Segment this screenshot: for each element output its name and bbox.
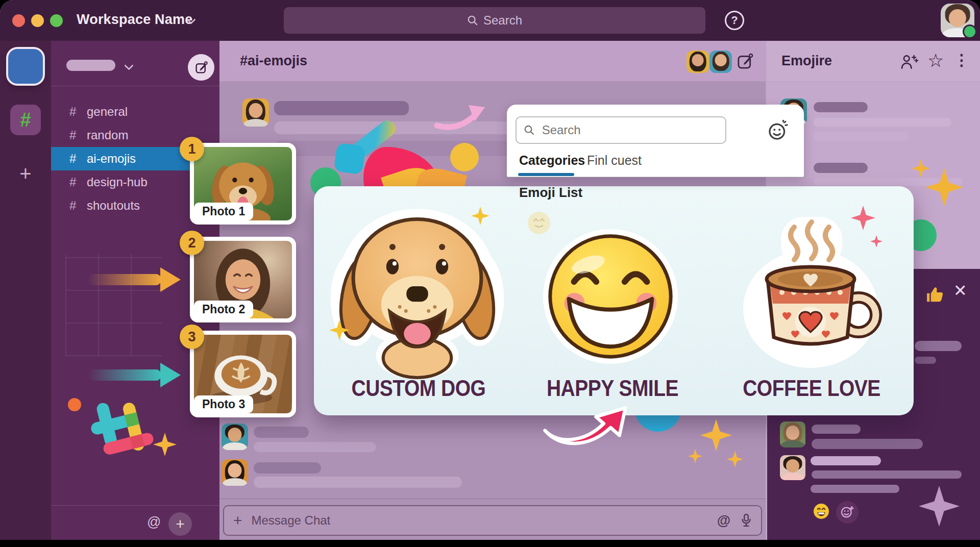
invite-user-button[interactable] bbox=[900, 54, 919, 71]
skeleton-line bbox=[254, 462, 321, 474]
screen: Workspace Name Search ? # + #general #ra… bbox=[0, 0, 980, 547]
channel-header: #ai-emojis bbox=[219, 41, 766, 82]
skeleton-line bbox=[812, 439, 923, 449]
channel-title[interactable]: #ai-emojis bbox=[240, 53, 307, 69]
mentions-button[interactable]: @ bbox=[147, 514, 161, 530]
search-icon bbox=[467, 15, 478, 26]
app-window: Workspace Name Search ? # + #general #ra… bbox=[0, 0, 980, 540]
message-avatar[interactable] bbox=[242, 98, 269, 127]
right-panel-header: Emojire ☆ ⋮ bbox=[766, 41, 980, 82]
skeleton-line bbox=[254, 442, 376, 452]
skeleton-line bbox=[811, 485, 899, 493]
pink-arrow-sticker bbox=[540, 402, 640, 451]
decoration-yellow-circle bbox=[450, 143, 479, 171]
skeleton-line bbox=[915, 357, 936, 364]
tab-categories[interactable]: Categories bbox=[519, 153, 585, 168]
step-badge-1: 1 bbox=[180, 137, 204, 161]
help-glyph: ? bbox=[731, 14, 738, 27]
photo-label: Photo 2 bbox=[194, 301, 253, 318]
global-search-bar[interactable]: Search bbox=[284, 7, 705, 34]
microphone-icon[interactable] bbox=[740, 513, 753, 528]
message-avatar[interactable] bbox=[222, 459, 248, 486]
sparkle-icon bbox=[925, 168, 963, 206]
active-tab-underline bbox=[518, 173, 574, 176]
skeleton-line bbox=[254, 477, 462, 488]
photo-card-2[interactable]: Photo 2 bbox=[190, 237, 296, 322]
plus-icon: + bbox=[19, 162, 31, 185]
thread-avatar[interactable] bbox=[780, 455, 805, 480]
add-workspace-button[interactable]: + bbox=[0, 162, 51, 185]
sparkle-icon bbox=[329, 320, 350, 340]
hash-icon: # bbox=[20, 109, 31, 131]
sparkle-icon bbox=[688, 449, 702, 463]
help-button[interactable]: ? bbox=[725, 11, 744, 30]
photo-card-1[interactable]: Photo 1 bbox=[190, 143, 296, 225]
window-close-light[interactable] bbox=[12, 14, 25, 27]
add-channel-button[interactable]: + bbox=[168, 512, 192, 536]
title-bar: Workspace Name Search ? bbox=[0, 0, 980, 41]
custom-dog-sticker[interactable] bbox=[329, 201, 505, 379]
skeleton-line bbox=[814, 132, 909, 141]
happy-smile-sticker[interactable] bbox=[533, 223, 688, 370]
message-composer[interactable]: + Message Chat @ bbox=[223, 505, 762, 536]
mention-icon[interactable]: @ bbox=[717, 513, 730, 529]
kebab-menu-icon[interactable]: ⋮ bbox=[954, 51, 969, 69]
avatar-face bbox=[949, 9, 966, 28]
emoji-search-box[interactable] bbox=[516, 116, 726, 144]
sticker-label-happy-smile: HAPPY SMILE bbox=[535, 376, 690, 402]
sidebar-divider bbox=[51, 505, 219, 506]
grin-emoji[interactable] bbox=[813, 503, 830, 520]
emoji-search-input[interactable] bbox=[541, 122, 718, 138]
hash-icon: # bbox=[69, 175, 87, 189]
thumbs-up-icon[interactable] bbox=[924, 285, 945, 305]
decoration-orange-dot bbox=[68, 398, 81, 411]
attach-icon[interactable]: + bbox=[233, 512, 242, 529]
share-compose-button[interactable] bbox=[736, 52, 754, 72]
skeleton-line bbox=[814, 163, 868, 173]
workspace-title[interactable]: Workspace Name bbox=[77, 12, 192, 28]
member-avatar[interactable] bbox=[709, 51, 732, 73]
slack-logo bbox=[86, 393, 157, 464]
skeleton-line bbox=[812, 470, 962, 479]
decoration-cyan-square bbox=[333, 142, 365, 175]
skeleton-line bbox=[274, 101, 409, 115]
decoration-grid bbox=[65, 254, 162, 356]
hash-icon: # bbox=[69, 198, 87, 213]
member-avatar[interactable] bbox=[687, 51, 709, 73]
coffee-love-sticker[interactable] bbox=[733, 217, 888, 368]
sticker-label-custom-dog: CUSTOM DOG bbox=[341, 376, 496, 402]
sparkle-icon bbox=[727, 451, 743, 467]
window-minimize-light[interactable] bbox=[31, 14, 44, 27]
channel-label: design-hub bbox=[87, 175, 148, 189]
message-avatar[interactable] bbox=[222, 424, 248, 450]
close-icon[interactable]: × bbox=[954, 278, 967, 303]
tab-find-guest[interactable]: Finl cuest bbox=[587, 153, 642, 168]
person-add-icon bbox=[900, 54, 919, 69]
workspace-rail: # + bbox=[0, 41, 51, 540]
sparkle-icon bbox=[153, 433, 177, 456]
emoji-list-heading: Emoji List bbox=[519, 185, 582, 201]
new-message-button[interactable] bbox=[188, 54, 214, 81]
star-icon[interactable]: ☆ bbox=[927, 50, 944, 71]
photo-label: Photo 3 bbox=[194, 395, 253, 413]
add-reaction-icon[interactable] bbox=[767, 120, 789, 141]
sticker-label-coffee-love: COFFEE LOVE bbox=[734, 376, 889, 402]
workspace-tile[interactable] bbox=[8, 49, 43, 84]
window-zoom-light[interactable] bbox=[50, 14, 63, 27]
channel-label: general bbox=[87, 105, 128, 119]
right-panel-title: Emojire bbox=[781, 53, 832, 69]
photo-card-3[interactable]: Photo 3 bbox=[190, 331, 296, 417]
sparkle-icon bbox=[851, 206, 875, 230]
composer-divider bbox=[219, 499, 766, 499]
skeleton-line bbox=[814, 118, 951, 127]
channels-rail-button[interactable]: # bbox=[10, 105, 41, 135]
teal-arrow bbox=[88, 369, 161, 381]
channel-label: random bbox=[87, 128, 128, 142]
step-badge-2: 2 bbox=[180, 231, 204, 255]
thread-avatar[interactable] bbox=[780, 421, 805, 447]
sidebar-item-general[interactable]: #general bbox=[51, 100, 219, 123]
skeleton-line bbox=[254, 427, 309, 438]
skeleton-line bbox=[812, 425, 861, 434]
sparkle-icon bbox=[870, 235, 883, 247]
add-reaction-button[interactable] bbox=[836, 501, 859, 524]
